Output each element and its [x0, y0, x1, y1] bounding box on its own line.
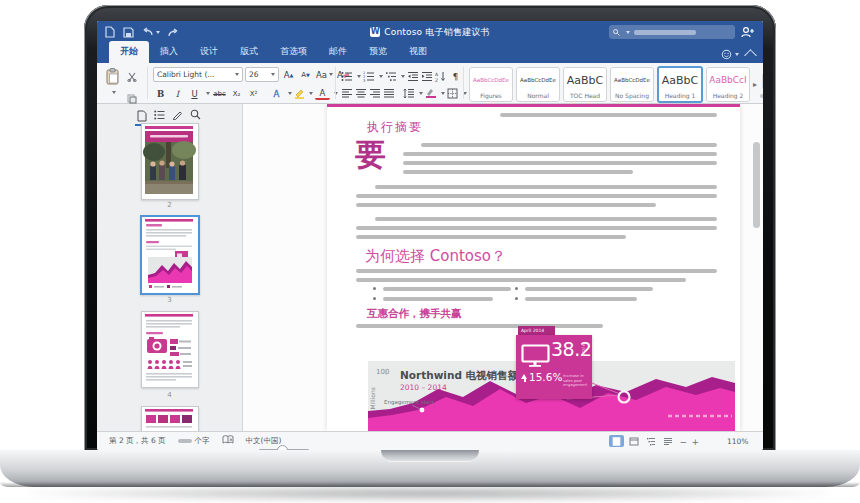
superscript-button[interactable]: X² — [246, 87, 261, 100]
app-window: W Contoso 电子销售建议书 开始 插入 设计 版式 首选项 邮件 预览 … — [97, 21, 763, 450]
document-canvas[interactable]: 执行摘要 要 为何选择 Contoso？ — [243, 104, 763, 431]
page-indicator[interactable]: 第 2 页，共 6 页 — [109, 436, 166, 446]
edit-pen-icon[interactable] — [171, 108, 184, 121]
paste-dropdown-caret[interactable] — [112, 91, 116, 94]
font-size-select[interactable]: 26 — [245, 67, 279, 82]
language-indicator[interactable]: 中文(中国) — [246, 436, 282, 446]
word-count[interactable]: 个字 — [178, 436, 210, 446]
grow-font-button[interactable]: A▲ — [281, 68, 296, 81]
proofing-status-icon[interactable] — [222, 435, 234, 447]
tab-layout[interactable]: 版式 — [229, 41, 269, 63]
style-normal[interactable]: AaBbCcDdEe Normal — [516, 67, 560, 102]
callout-delta: 15.6% — [529, 371, 562, 383]
style-figures[interactable]: AaBbCcDdEe Figures — [469, 67, 513, 102]
search-scope-caret[interactable] — [626, 31, 630, 34]
styles-gallery-more-icon[interactable]: ▸ — [753, 80, 757, 89]
tab-design[interactable]: 设计 — [189, 41, 229, 63]
style-no-spacing[interactable]: AaBbCcDdEe No Spacing — [610, 67, 654, 102]
align-right-icon[interactable] — [369, 84, 381, 103]
outline-view-icon[interactable] — [153, 108, 166, 121]
document-vertical-scrollbar[interactable] — [753, 142, 760, 228]
undo-icon[interactable] — [142, 27, 160, 37]
bold-button[interactable]: B — [153, 87, 168, 100]
page-thumbnail-1[interactable] — [141, 123, 199, 200]
tab-mailings[interactable]: 邮件 — [318, 41, 358, 63]
zoom-in-button[interactable]: + — [691, 437, 699, 447]
drop-cap: 要 — [355, 134, 386, 176]
tv-icon — [521, 344, 551, 368]
word-count-blurred-number — [178, 439, 192, 443]
document-search-input[interactable] — [609, 25, 735, 39]
statusbar: 第 2 页，共 6 页 个字 中文(中国) − — [97, 431, 763, 450]
redacted-text-line — [500, 113, 717, 117]
tab-references[interactable]: 首选项 — [269, 41, 318, 63]
justify-icon[interactable] — [383, 84, 395, 103]
paste-button[interactable] — [105, 68, 120, 90]
style-heading-1[interactable]: AaBbC Heading 1 — [657, 66, 703, 103]
outline-view-icon-status[interactable] — [643, 435, 658, 447]
page-thumbnail-3[interactable] — [141, 311, 199, 388]
callout-date-tag: April 2014 — [518, 326, 555, 335]
text-effects-button[interactable]: A — [269, 87, 284, 100]
page-top-accent-border — [327, 104, 740, 107]
strikethrough-button[interactable]: abc — [212, 87, 227, 100]
macbook-screen-bezel: W Contoso 电子销售建议书 开始 插入 设计 版式 首选项 邮件 预览 … — [84, 5, 776, 451]
save-icon[interactable] — [123, 23, 134, 42]
document-page[interactable]: 执行摘要 要 为何选择 Contoso？ — [327, 104, 740, 431]
cut-icon[interactable] — [127, 67, 137, 86]
page-thumbnail-4[interactable] — [141, 406, 199, 433]
macbook-lid-notch — [381, 450, 479, 462]
line-spacing-icon[interactable] — [403, 84, 415, 103]
italic-button[interactable]: I — [170, 87, 185, 100]
zoom-out-button[interactable]: − — [679, 437, 687, 447]
pilcrow-button[interactable]: ¶ — [448, 70, 463, 83]
underline-dropdown-caret[interactable] — [206, 92, 210, 95]
subscript-button[interactable]: X₂ — [229, 87, 244, 100]
tab-home[interactable]: 开始 — [109, 41, 149, 63]
svg-text:Z: Z — [435, 78, 438, 83]
ribbon-tab-bar: 开始 插入 设计 版式 首选项 邮件 预览 视图 — [97, 43, 763, 63]
page-thumbnail-2-selected[interactable] — [140, 215, 200, 295]
draft-view-icon[interactable] — [660, 435, 675, 447]
undo-dropdown-caret[interactable] — [156, 31, 160, 34]
tab-view[interactable]: 视图 — [398, 41, 438, 63]
highlight-button[interactable] — [294, 84, 305, 103]
underline-button[interactable]: U — [187, 87, 202, 100]
zoom-percentage[interactable]: 110% — [727, 437, 763, 446]
laptop-shadow — [30, 486, 830, 501]
share-add-person-icon[interactable] — [741, 26, 755, 38]
redo-icon[interactable] — [168, 23, 179, 42]
borders-icon[interactable] — [447, 84, 459, 103]
sales-callout[interactable]: 38.2 Million 15.6% Increase in sales pos… — [516, 335, 592, 399]
style-toc-head[interactable]: AaBbC TOC Head — [563, 67, 607, 102]
change-case-button[interactable]: Aa — [315, 68, 334, 81]
doc-heading-why-contoso: 为何选择 Contoso？ — [365, 247, 506, 266]
shading-icon[interactable] — [425, 84, 437, 103]
collapse-ribbon-icon[interactable] — [744, 49, 757, 62]
new-document-icon[interactable] — [105, 23, 115, 42]
svg-text:3: 3 — [363, 79, 365, 82]
shrink-font-button[interactable]: A▼ — [298, 68, 313, 81]
align-center-icon[interactable] — [355, 84, 367, 103]
search-placeholder-blurred — [634, 30, 696, 35]
print-layout-view-icon[interactable] — [609, 435, 624, 447]
callout-unit: Million — [581, 343, 586, 356]
chart-annotation-label: Engagement start — [384, 399, 434, 406]
word-app-icon: W — [370, 27, 380, 37]
styles-pane-button[interactable]: ¶ — [760, 72, 763, 98]
web-layout-view-icon[interactable] — [626, 435, 641, 447]
font-name-select[interactable]: Calibri Light (... — [153, 67, 243, 82]
thumbnail-sidebar: 2 — [97, 104, 243, 431]
tab-review[interactable]: 预览 — [358, 41, 398, 63]
style-heading-2[interactable]: AaBbCcI Heading 2 — [706, 67, 750, 102]
thumbnail-page-number: 2 — [97, 201, 242, 209]
font-color-button[interactable]: A — [315, 87, 330, 100]
feedback-smiley-icon[interactable] — [721, 49, 739, 60]
sidebar-search-icon[interactable] — [189, 108, 202, 121]
align-left-icon[interactable] — [341, 84, 353, 103]
svg-text:A: A — [435, 72, 439, 77]
search-icon — [613, 29, 620, 36]
chart-annotation-marker — [420, 408, 425, 413]
chart-y-max-label: 100 — [376, 368, 389, 376]
tab-insert[interactable]: 插入 — [149, 41, 189, 63]
